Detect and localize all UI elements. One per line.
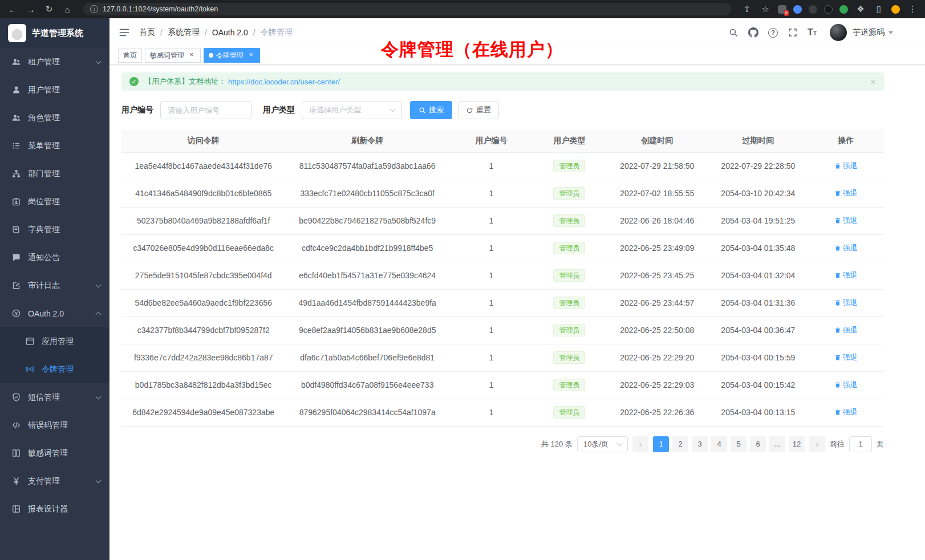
sidebar-item-coin[interactable]: OAuth 2.0 xyxy=(0,299,109,327)
pagination-page-button[interactable]: 3 xyxy=(692,436,708,452)
users-icon xyxy=(11,57,21,67)
force-logout-button[interactable]: 强退 xyxy=(834,216,858,226)
sidebar-item-list[interactable]: 菜单管理 xyxy=(0,132,109,160)
pagination-page-button[interactable]: 6 xyxy=(750,436,766,452)
yen-icon xyxy=(11,476,21,486)
sidebar-item-window[interactable]: 应用管理 xyxy=(0,327,109,355)
pagination-page-button[interactable]: 5 xyxy=(731,436,747,452)
goto-page-input[interactable] xyxy=(849,436,872,452)
sidebar-item-users[interactable]: 角色管理 xyxy=(0,104,109,132)
user-type-cell: 管理员 xyxy=(533,289,606,316)
sidebar-item-users[interactable]: 租户管理 xyxy=(0,48,109,76)
back-icon[interactable]: ← xyxy=(7,5,18,14)
extension-icon[interactable] xyxy=(839,5,848,14)
forward-icon[interactable]: → xyxy=(25,5,36,14)
extension-icon[interactable] xyxy=(793,5,802,14)
breadcrumb-item[interactable]: 首页 xyxy=(139,27,155,38)
sidebar-item-yen[interactable]: 支付管理 xyxy=(0,467,109,495)
force-logout-button[interactable]: 强退 xyxy=(834,188,858,198)
home-icon[interactable]: ⌂ xyxy=(62,5,73,14)
force-logout-button[interactable]: 强退 xyxy=(834,407,858,417)
sidebar-item-user[interactable]: 用户管理 xyxy=(0,76,109,104)
sidebar-item-columns[interactable]: 敏感词管理 xyxy=(0,439,109,467)
help-icon[interactable]: ? xyxy=(768,28,778,38)
search-icon[interactable] xyxy=(728,27,739,38)
created-time-cell: 2022-06-25 23:49:09 xyxy=(606,234,708,262)
hamburger-icon[interactable] xyxy=(119,27,130,38)
fullscreen-icon[interactable] xyxy=(788,27,798,38)
row-action-cell: 强退 xyxy=(808,207,884,234)
force-logout-button[interactable]: 强退 xyxy=(834,243,858,253)
pagination-next-button[interactable]: › xyxy=(809,436,825,452)
pagination-page-button[interactable]: 12 xyxy=(789,436,805,452)
github-icon[interactable] xyxy=(748,27,758,38)
reset-button[interactable]: 重置 xyxy=(458,101,499,119)
created-time-cell: 2022-06-25 22:26:36 xyxy=(606,399,708,426)
user-avatar[interactable] xyxy=(830,24,847,41)
sidebar-item-code[interactable]: 错误码管理 xyxy=(0,411,109,439)
profile-avatar-icon[interactable] xyxy=(891,5,900,14)
tab-close-icon[interactable]: × xyxy=(188,51,196,59)
user-id-input[interactable] xyxy=(160,101,251,119)
extension-icon[interactable] xyxy=(824,5,833,14)
breadcrumb-separator: / xyxy=(160,28,163,37)
force-logout-button[interactable]: 强退 xyxy=(834,352,858,363)
alert-close-icon[interactable]: × xyxy=(870,77,876,87)
breadcrumb-item[interactable]: OAuth 2.0 xyxy=(212,28,248,37)
sidebar-item-book[interactable]: 字典管理 xyxy=(0,216,109,244)
pagination-page-button[interactable]: 2 xyxy=(672,436,688,452)
pagination-prev-button[interactable]: ‹ xyxy=(632,436,648,452)
reload-icon[interactable]: ↻ xyxy=(43,4,55,14)
force-logout-button[interactable]: 强退 xyxy=(834,298,858,308)
force-logout-button[interactable]: 强退 xyxy=(834,380,858,390)
sidebar-item-tree[interactable]: 部门管理 xyxy=(0,160,109,188)
user-name[interactable]: 芋道源码 xyxy=(853,27,885,38)
sidebar-item-label: 租户管理 xyxy=(28,57,60,67)
sidebar-item-shield[interactable]: 短信管理 xyxy=(0,383,109,411)
view-tab[interactable]: 令牌管理× xyxy=(204,48,260,63)
sidebar-item-bubble[interactable]: 通知公告 xyxy=(0,244,109,271)
user-type-select[interactable]: 请选择用户类型 xyxy=(302,101,402,119)
sidebar-item-layout[interactable]: 报表设计器 xyxy=(0,495,109,523)
list-icon xyxy=(11,141,21,151)
search-button[interactable]: 搜索 xyxy=(410,101,452,119)
doc-link[interactable]: https://doc.iocoder.cn/user-center/ xyxy=(228,78,340,86)
created-time-cell: 2022-06-25 22:29:03 xyxy=(606,371,708,399)
bookmark-star-icon[interactable]: ☆ xyxy=(760,4,771,14)
extension-icon[interactable] xyxy=(809,5,817,14)
force-logout-button[interactable]: 强退 xyxy=(834,161,858,171)
pagination-page-button[interactable]: 1 xyxy=(653,436,669,452)
extensions-puzzle-icon[interactable]: ❖ xyxy=(855,4,866,14)
tab-close-icon[interactable]: × xyxy=(247,51,255,59)
access-token-cell: 6d842e2924594de9a09e45e087323abe xyxy=(121,399,285,426)
pagination-page-button[interactable]: 4 xyxy=(711,436,727,452)
force-logout-button[interactable]: 强退 xyxy=(834,325,858,335)
sidebar-item-edit[interactable]: 审计日志 xyxy=(0,271,109,299)
user-menu-caret-icon[interactable] xyxy=(889,31,893,34)
view-tab[interactable]: 敏感词管理× xyxy=(145,48,201,63)
breadcrumb-item[interactable]: 系统管理 xyxy=(168,27,200,38)
browser-menu-icon[interactable]: ⋮ xyxy=(907,4,918,14)
header-actions: ? TT 芋道源码 xyxy=(728,24,893,41)
site-info-icon[interactable]: i xyxy=(90,5,98,13)
font-size-icon[interactable]: TT xyxy=(808,28,817,37)
active-tab-dot xyxy=(209,53,213,58)
sidebar-item-broadcast[interactable]: 令牌管理 xyxy=(0,355,109,383)
pagination-more-button[interactable]: … xyxy=(769,436,785,452)
table-row: 275e5de9151045fe87cbdc395e004f4de6cfd40e… xyxy=(121,262,884,289)
share-icon[interactable]: ⇧ xyxy=(741,4,753,14)
chevron-down-icon xyxy=(96,282,102,287)
url-bar[interactable]: i 127.0.0.1:1024/system/oauth2/token xyxy=(83,3,731,15)
force-logout-button[interactable]: 强退 xyxy=(834,270,858,281)
sidebar-item-badge[interactable]: 岗位管理 xyxy=(0,188,109,216)
created-time-cell: 2022-07-29 21:58:50 xyxy=(606,152,708,180)
page-size-select[interactable]: 10条/页 xyxy=(577,436,628,452)
extension-badge: 6 xyxy=(784,10,789,16)
goto-label: 前往 xyxy=(830,439,845,449)
breadcrumb-item: 令牌管理 xyxy=(261,27,293,38)
sidebar-item-label: 短信管理 xyxy=(28,392,60,403)
extension-icon[interactable]: 6 xyxy=(778,5,786,14)
side-panel-icon[interactable]: ▯ xyxy=(873,4,885,14)
expire-time-cell: 2054-03-04 01:31:36 xyxy=(708,289,808,316)
view-tab[interactable]: 首页 xyxy=(118,48,142,63)
